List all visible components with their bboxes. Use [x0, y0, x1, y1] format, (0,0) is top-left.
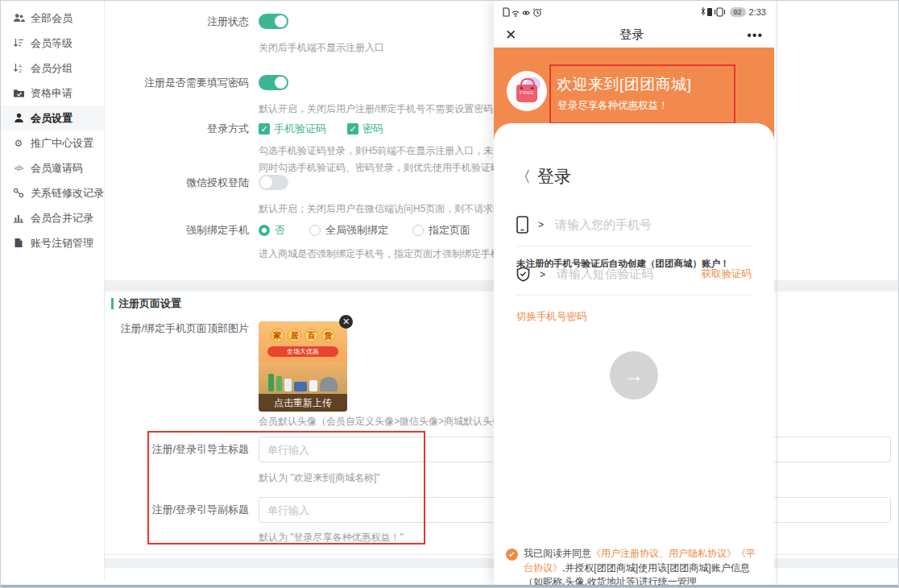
shield-check-icon [516, 267, 530, 282]
section-marker [111, 298, 114, 309]
radio-dot-icon [309, 225, 321, 236]
content-edge-line [777, 1, 777, 588]
sidebar-item-label: 全部会员 [31, 11, 72, 26]
sidebar-item-all-members[interactable]: 全部会员 [1, 6, 104, 31]
promo-ribbon: 全场大优惠 [267, 346, 338, 357]
statusbar-time: 2:33 [749, 7, 766, 17]
sidebar-item-label: 会员设置 [31, 111, 72, 126]
remove-image-icon[interactable]: ✕ [339, 315, 353, 329]
bottom-edge-strip [1, 585, 898, 587]
agreement-text: 我已阅读并同意《用户注册协议、用户隐私协议》《平台协议》,并授权[团团商城]使用… [524, 547, 764, 588]
user-icon [12, 112, 25, 125]
shopping-bag-icon: FREE [516, 85, 537, 102]
force-bind-hint: 进入商城是否强制绑定手机号，指定页面才强制绑定手机 [259, 247, 500, 261]
sort-level-icon [12, 37, 25, 50]
close-icon[interactable]: ✕ [505, 27, 516, 43]
sidebar-item-merge-log[interactable]: 会员合并记录 [1, 205, 104, 230]
shop-avatar: FREE [507, 71, 547, 111]
users-icon [12, 12, 25, 25]
sms-input-placeholder: 请输入短信验证码 [557, 267, 653, 282]
agreement-block: ✔ 我已阅读并同意《用户注册协议、用户隐私协议》《平台协议》,并授权[团团商城]… [506, 547, 764, 588]
promo-goods [259, 362, 347, 394]
force-bind-radio-global[interactable]: 全局强制绑定 [309, 223, 388, 238]
back-chevron-icon[interactable]: 〈 [516, 168, 531, 185]
main-title-label: 注册/登录引导主标题 [105, 442, 259, 457]
sidebar-item-qualification[interactable]: 资格申请 [1, 81, 104, 106]
chevron-right-icon: > [538, 219, 544, 230]
navbar-title: 登录 [619, 27, 644, 43]
sidebar-item-member-levels[interactable]: 会员等级 [1, 31, 104, 56]
smartphone-icon [516, 216, 528, 234]
section-title: 注册页面设置 [118, 296, 181, 311]
sort-group-icon: A2 [12, 62, 25, 75]
register-page-section-header: 注册页面设置 [111, 296, 181, 311]
member-sidebar: 全部会员 会员等级 A2 会员分组 资格申请 会员设置 ⚙ 推广中心设置 </>… [1, 1, 105, 579]
force-bind-radio-page[interactable]: 指定页面 [412, 223, 470, 238]
force-bind-label: 强制绑定手机 [105, 223, 259, 238]
checkbox-check-icon: ✓ [347, 123, 358, 135]
sidebar-item-label: 关系链修改记录 [31, 186, 104, 201]
agree-check-icon[interactable]: ✔ [506, 549, 518, 561]
sidebar-item-relation-log[interactable]: 关系链修改记录 [1, 180, 104, 205]
need-password-toggle[interactable] [259, 75, 288, 90]
svg-text:2: 2 [19, 68, 23, 73]
sub-title-hint: 默认为 "登录尽享各种优惠权益！" [259, 531, 404, 545]
mobile-login-preview: 92 2:33 ✕ 登录 ••• FREE 欢迎来到[团团商城] 登录尽享各种优… [494, 1, 774, 588]
sidebar-item-account-cancel[interactable]: 账号注销管理 [1, 230, 104, 255]
checkbox-check-icon: ✓ [259, 123, 270, 135]
code-icon: </> [12, 162, 25, 175]
reupload-button[interactable]: 点击重新上传 [259, 394, 347, 412]
avatar-hint: 会员默认头像（会员自定义头像>微信头像>商城默认头像） [259, 415, 512, 429]
login-card: 〈登录 > 请输入您的手机号 未注册的手机号验证后自动创建（团团商城）账户！ >… [494, 123, 774, 588]
login-heading: 〈登录 [516, 165, 571, 188]
sidebar-item-promotion-settings[interactable]: ⚙ 推广中心设置 [1, 130, 104, 155]
login-mode-checkbox-password[interactable]: ✓ 密码 [347, 122, 383, 136]
submit-arrow-button[interactable]: → [610, 351, 658, 400]
wechat-auth-toggle[interactable] [259, 175, 288, 190]
phone-statusbar: 92 2:33 [494, 1, 774, 23]
register-status-toggle[interactable] [259, 14, 288, 29]
login-mode-checkbox-sms[interactable]: ✓ 手机验证码 [259, 122, 326, 136]
phone-input-placeholder: 请输入您的手机号 [555, 217, 652, 233]
battery-indicator: 92 [730, 7, 746, 17]
statusbar-left-icons [502, 6, 549, 18]
app-window: 全部会员 会员等级 A2 会员分组 资格申请 会员设置 ⚙ 推广中心设置 </>… [0, 0, 899, 588]
welcome-subtitle: 登录尽享各种优惠权益！ [557, 99, 669, 113]
link-icon [12, 187, 25, 200]
sidebar-item-invite-code[interactable]: </> 会员邀请码 [1, 155, 104, 180]
statusbar-right-icons [699, 6, 727, 17]
arrow-right-icon: → [624, 364, 644, 387]
switch-login-mode-link[interactable]: 切换手机号密码 [516, 310, 587, 324]
file-icon [12, 237, 25, 250]
sidebar-item-label: 会员分组 [31, 61, 72, 76]
sidebar-item-member-settings[interactable]: 会员设置 [1, 106, 104, 130]
force-bind-radio-no[interactable]: 否 [259, 223, 285, 238]
top-image-upload-preview[interactable]: 家 居 百 货 全场大优惠 点击重新上传 ✕ [259, 321, 347, 412]
login-mode-label: 登录方式 [105, 122, 259, 136]
sidebar-item-label: 资格申请 [31, 86, 72, 101]
sub-title-label: 注册/登录引导副标题 [105, 503, 259, 517]
chevron-right-icon: > [540, 269, 545, 280]
radio-dot-icon [412, 225, 424, 236]
welcome-title: 欢迎来到[团团商城] [557, 74, 692, 95]
folder-check-icon [12, 87, 25, 100]
chart-icon [12, 212, 25, 225]
need-password-label: 注册是否需要填写密码 [105, 76, 259, 90]
register-status-label: 注册状态 [105, 14, 259, 29]
main-title-hint: 默认为 "欢迎来到[商城名称]" [259, 471, 380, 485]
promo-coins: 家 居 百 货 [259, 321, 347, 342]
top-image-label: 注册/绑定手机页面顶部图片 [105, 320, 259, 336]
phone-number-field[interactable]: > 请输入您的手机号 [516, 216, 752, 234]
sidebar-item-label: 账号注销管理 [31, 236, 93, 251]
more-icon[interactable]: ••• [747, 28, 763, 43]
gear-icon: ⚙ [12, 137, 25, 150]
wechat-auth-label: 微信授权登陆 [105, 176, 259, 190]
get-code-button[interactable]: 获取验证码 [702, 267, 752, 281]
sms-code-field[interactable]: > 请输入短信验证码 获取验证码 [516, 267, 752, 282]
sidebar-item-member-groups[interactable]: A2 会员分组 [1, 56, 104, 81]
register-status-hint: 关闭后手机端不显示注册入口 [259, 41, 384, 55]
sidebar-item-label: 推广中心设置 [31, 136, 93, 151]
input-underline [516, 295, 752, 296]
input-underline [516, 246, 752, 246]
sidebar-item-label: 会员等级 [31, 36, 72, 51]
